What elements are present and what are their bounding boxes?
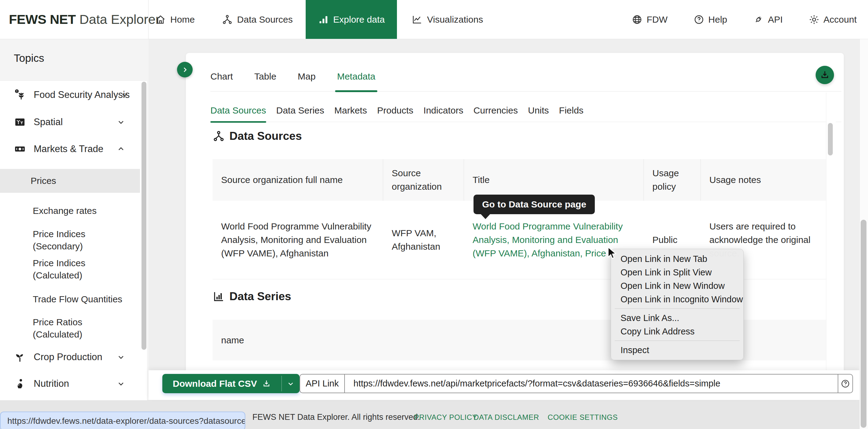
sidebar-item-price-indices-calculated[interactable]: Price Indices (Calculated) — [0, 251, 140, 287]
footer-link-privacy-policy[interactable]: PRIVACY POLICY — [414, 413, 477, 422]
subtab-indicators[interactable]: Indicators — [424, 105, 463, 122]
sidebar-item-label: Trade Flow Quantities — [33, 293, 128, 305]
tab-chart-label: Chart — [210, 71, 233, 81]
data-sources-icon — [213, 130, 225, 142]
api-link-input[interactable]: https://fdwdev.fews.net/api/marketpricef… — [345, 374, 838, 393]
banknote-icon — [14, 143, 26, 155]
download-flat-csv-button[interactable]: Download Flat CSV — [162, 374, 300, 393]
section-title: Data Series — [229, 290, 291, 303]
nutrition-icon — [14, 377, 26, 390]
sidebar-item-prices[interactable]: Prices — [0, 169, 140, 193]
nav-account[interactable]: Account — [809, 14, 857, 25]
sidebar-item-exchange-rates[interactable]: Exchange rates — [0, 199, 140, 223]
map-icon — [14, 116, 26, 128]
column-header: name — [221, 335, 244, 345]
subtab-label: Units — [528, 105, 549, 116]
sidebar-item-markets-trade[interactable]: Markets & Trade — [0, 136, 140, 163]
link-preview-status-bar: https://fdwdev.fews.net/data-explorer/da… — [0, 411, 245, 429]
sidebar-item-food-security-analysis[interactable]: Food Security Analysis — [0, 81, 140, 108]
tab-metadata-label: Metadata — [337, 71, 375, 81]
footer-link-data-disclaimer[interactable]: DATA DISCLAMER — [473, 413, 539, 422]
home-icon — [155, 14, 166, 25]
app-logo[interactable]: FEWS NET Data Explorer — [0, 0, 149, 39]
subtab-currencies[interactable]: Currencies — [473, 105, 518, 122]
chevron-down-icon — [120, 91, 129, 99]
download-icon — [262, 379, 271, 388]
subtab-fields[interactable]: Fields — [559, 105, 584, 122]
nav-explore-data-label: Explore data — [333, 14, 385, 25]
nav-data-sources[interactable]: Data Sources — [222, 0, 293, 39]
subtab-data-sources[interactable]: Data Sources — [210, 105, 266, 122]
menu-item-inspect[interactable]: Inspect — [611, 343, 743, 357]
sidebar-item-label: Exchange rates — [33, 205, 128, 217]
download-options-dropdown[interactable] — [282, 374, 300, 393]
nav-api[interactable]: API — [753, 14, 782, 25]
nav-fdw-label: FDW — [647, 14, 668, 25]
chevron-down-icon — [287, 380, 294, 388]
tab-map-label: Map — [298, 71, 315, 81]
download-flat-csv-main[interactable]: Download Flat CSV — [162, 374, 281, 393]
nav-home[interactable]: Home — [155, 0, 195, 39]
page-scrollbar-thumb[interactable] — [861, 220, 866, 428]
tab-table[interactable]: Table — [254, 71, 276, 91]
sidebar-item-price-ratios-calculated[interactable]: Price Ratios (Calculated) — [0, 310, 140, 346]
menu-item-copy-link-address[interactable]: Copy Link Address — [611, 325, 743, 338]
footer-copyright: FEWS NET Data Explorer. All rights reser… — [252, 412, 420, 422]
sidebar: Topics Food Security Analysis Spatial — [0, 39, 149, 400]
mouse-cursor — [607, 246, 619, 261]
subtab-label: Fields — [559, 105, 584, 116]
footer-link-cookie-settings[interactable]: COOKIE SETTINGS — [548, 413, 618, 422]
seedling-icon — [14, 351, 26, 363]
sidebar-scrollbar[interactable] — [142, 82, 146, 350]
tab-map[interactable]: Map — [298, 71, 315, 91]
chevron-down-icon — [117, 118, 125, 126]
menu-item-save-link-as[interactable]: Save Link As... — [611, 311, 743, 325]
app-root: FEWS NET Data Explorer Home Data Sources — [0, 0, 868, 429]
nav-visualizations[interactable]: Visualizations — [412, 0, 483, 39]
logo-secondary: Data Explorer — [79, 12, 160, 27]
collapse-sidebar-button[interactable] — [177, 62, 193, 77]
logo-primary: FEWS NET — [9, 12, 76, 27]
sidebar-item-spatial[interactable]: Spatial — [0, 108, 140, 136]
sidebar-item-trade-flow-quantities[interactable]: Trade Flow Quantities — [0, 287, 140, 311]
section-title: Data Sources — [229, 130, 302, 142]
download-metadata-button[interactable] — [816, 66, 834, 84]
nav-explore-data[interactable]: Explore data — [306, 0, 397, 39]
sidebar-item-label: Price Ratios (Calculated) — [33, 316, 119, 340]
subtab-units[interactable]: Units — [528, 105, 549, 122]
topics-panel: Food Security Analysis Spatial Markets — [0, 80, 147, 400]
sidebar-item-crop-production[interactable]: Crop Production — [0, 343, 140, 370]
context-menu: Open Link in New Tab Open Link in Split … — [611, 249, 744, 360]
data-sources-icon — [222, 14, 233, 25]
column-header: Usage policy — [644, 159, 701, 201]
sidebar-item-label: Food Security Analysis — [34, 89, 130, 100]
help-icon — [693, 14, 705, 25]
chevron-down-icon — [117, 380, 125, 388]
subtab-markets[interactable]: Markets — [335, 105, 367, 122]
tab-metadata[interactable]: Metadata — [337, 71, 375, 91]
menu-item-open-link-split-view[interactable]: Open Link in Split View — [611, 266, 743, 279]
nav-fdw[interactable]: FDW — [631, 14, 668, 25]
data-sources-heading: Data Sources — [213, 130, 302, 142]
subtab-label: Data Series — [276, 105, 324, 116]
api-help-button[interactable] — [838, 374, 852, 393]
api-link-box: API Link https://fdwdev.fews.net/api/mar… — [300, 374, 853, 393]
question-circle-icon — [840, 378, 850, 389]
menu-item-open-link-new-tab[interactable]: Open Link in New Tab — [611, 252, 743, 266]
status-url: https://fdwdev.fews.net/data-explorer/da… — [7, 416, 245, 426]
column-header: Usage notes — [701, 159, 826, 201]
subtab-products[interactable]: Products — [377, 105, 413, 122]
sidebar-title: Topics — [14, 52, 44, 64]
tab-chart[interactable]: Chart — [210, 71, 233, 91]
sidebar-item-label: Prices — [31, 175, 126, 187]
subtab-data-series[interactable]: Data Series — [276, 105, 324, 122]
nav-help[interactable]: Help — [693, 14, 727, 25]
subtab-label: Indicators — [424, 105, 463, 116]
menu-item-open-link-incognito[interactable]: Open Link in Incognito Window — [611, 293, 743, 306]
content-scrollbar-thumb[interactable] — [828, 123, 833, 156]
sidebar-item-label: Price Indices (Secondary) — [33, 228, 119, 253]
metadata-subtabs: Data Sources Data Series Markets Product… — [210, 100, 841, 122]
sidebar-item-nutrition[interactable]: Nutrition — [0, 370, 140, 397]
utility-nav: FDW Help API Account — [631, 0, 857, 39]
menu-item-open-link-new-window[interactable]: Open Link in New Window — [611, 279, 743, 293]
